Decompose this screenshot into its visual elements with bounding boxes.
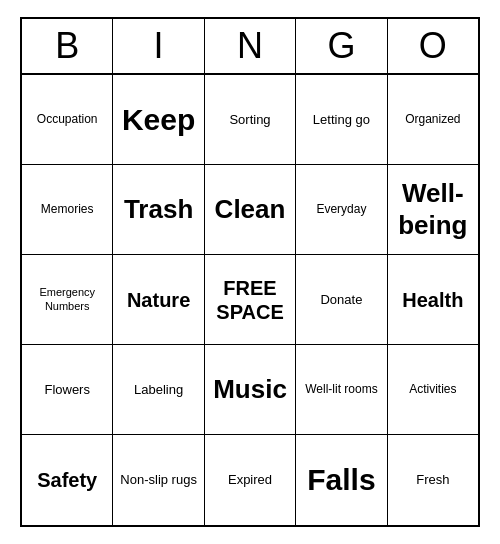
bingo-cell: Organized xyxy=(388,75,478,165)
cell-text: Organized xyxy=(405,112,460,126)
bingo-cell: Donate xyxy=(296,255,387,345)
bingo-cell: Expired xyxy=(205,435,296,525)
bingo-row: MemoriesTrashCleanEverydayWell-being xyxy=(22,165,478,255)
bingo-cell: FREE SPACE xyxy=(205,255,296,345)
cell-text: Keep xyxy=(122,102,195,138)
cell-text: Well-being xyxy=(393,178,473,240)
cell-text: Memories xyxy=(41,202,94,216)
bingo-cell: Occupation xyxy=(22,75,113,165)
cell-text: FREE SPACE xyxy=(210,276,290,324)
bingo-cell: Non-slip rugs xyxy=(113,435,204,525)
bingo-cell: Safety xyxy=(22,435,113,525)
bingo-cell: Keep xyxy=(113,75,204,165)
cell-text: Occupation xyxy=(37,112,98,126)
bingo-row: SafetyNon-slip rugsExpiredFallsFresh xyxy=(22,435,478,525)
bingo-cell: Music xyxy=(205,345,296,435)
header-letter: N xyxy=(205,19,296,75)
cell-text: Activities xyxy=(409,382,456,396)
cell-text: Trash xyxy=(124,194,193,225)
bingo-cell: Labeling xyxy=(113,345,204,435)
bingo-cell: Trash xyxy=(113,165,204,255)
bingo-cell: Memories xyxy=(22,165,113,255)
cell-text: Flowers xyxy=(44,382,90,398)
cell-text: Expired xyxy=(228,472,272,488)
cell-text: Music xyxy=(213,374,287,405)
bingo-cell: Clean xyxy=(205,165,296,255)
cell-text: Everyday xyxy=(316,202,366,216)
bingo-grid: OccupationKeepSortingLetting goOrganized… xyxy=(22,75,478,525)
cell-text: Fresh xyxy=(416,472,449,488)
cell-text: Non-slip rugs xyxy=(120,472,197,488)
cell-text: Letting go xyxy=(313,112,370,128)
bingo-cell: Well-lit rooms xyxy=(296,345,387,435)
bingo-cell: Well-being xyxy=(388,165,478,255)
cell-text: Clean xyxy=(215,194,286,225)
header-letter: O xyxy=(388,19,478,75)
cell-text: Health xyxy=(402,288,463,312)
cell-text: Emergency Numbers xyxy=(27,286,107,312)
cell-text: Nature xyxy=(127,288,190,312)
bingo-cell: Health xyxy=(388,255,478,345)
bingo-card: BINGO OccupationKeepSortingLetting goOrg… xyxy=(20,17,480,527)
bingo-row: Emergency NumbersNatureFREE SPACEDonateH… xyxy=(22,255,478,345)
bingo-row: OccupationKeepSortingLetting goOrganized xyxy=(22,75,478,165)
cell-text: Labeling xyxy=(134,382,183,398)
header-letter: G xyxy=(296,19,387,75)
bingo-cell: Everyday xyxy=(296,165,387,255)
bingo-cell: Activities xyxy=(388,345,478,435)
bingo-cell: Sorting xyxy=(205,75,296,165)
bingo-cell: Nature xyxy=(113,255,204,345)
cell-text: Safety xyxy=(37,468,97,492)
cell-text: Well-lit rooms xyxy=(305,382,377,396)
cell-text: Sorting xyxy=(229,112,270,128)
bingo-cell: Letting go xyxy=(296,75,387,165)
bingo-cell: Fresh xyxy=(388,435,478,525)
cell-text: Falls xyxy=(307,462,375,498)
bingo-cell: Emergency Numbers xyxy=(22,255,113,345)
bingo-header: BINGO xyxy=(22,19,478,75)
cell-text: Donate xyxy=(320,292,362,308)
bingo-cell: Falls xyxy=(296,435,387,525)
bingo-row: FlowersLabelingMusicWell-lit roomsActivi… xyxy=(22,345,478,435)
header-letter: B xyxy=(22,19,113,75)
header-letter: I xyxy=(113,19,204,75)
bingo-cell: Flowers xyxy=(22,345,113,435)
